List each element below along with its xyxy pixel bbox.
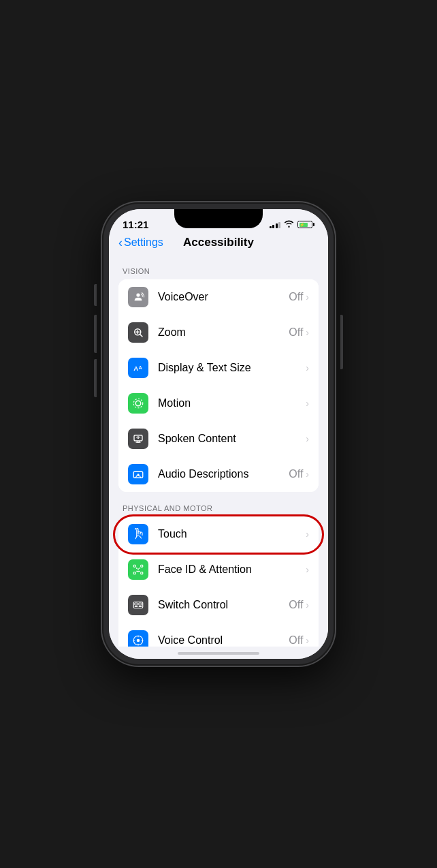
zoom-value: Off [289, 326, 303, 339]
motion-chevron: › [306, 398, 309, 409]
zoom-icon [128, 322, 148, 343]
voice-control-label: Voice Control [158, 634, 289, 647]
face-id-label: Face ID & Attention [158, 563, 306, 576]
audio-descriptions-icon [128, 464, 148, 484]
volume-down-button[interactable] [94, 359, 97, 397]
spoken-content-row[interactable]: Spoken Content › [118, 421, 319, 456]
audio-descriptions-chevron: › [306, 469, 309, 480]
zoom-chevron: › [306, 327, 309, 338]
svg-point-8 [133, 399, 143, 408]
switch-control-chevron: › [306, 600, 309, 610]
display-text-size-chevron: › [306, 362, 309, 373]
voice-control-icon [128, 630, 148, 647]
audio-descriptions-label: Audio Descriptions [158, 468, 289, 480]
svg-point-7 [135, 401, 141, 406]
svg-rect-25 [135, 606, 138, 608]
wifi-icon [284, 219, 294, 230]
home-indicator [109, 647, 328, 659]
zoom-row[interactable]: Zoom Off › [118, 315, 319, 350]
switch-control-row[interactable]: Switch Control Off › [118, 587, 319, 623]
screen-content: 11:21 [109, 209, 328, 659]
page-title: Accessibility [183, 236, 254, 249]
switch-control-value: Off [289, 599, 303, 611]
svg-rect-15 [133, 565, 135, 567]
status-icons: ⚡ [270, 219, 315, 230]
spoken-content-label: Spoken Content [158, 433, 306, 445]
display-text-size-row[interactable]: A A Display & Text Size › [118, 350, 319, 386]
motion-row[interactable]: Motion › [118, 386, 319, 421]
svg-text:A: A [133, 365, 138, 372]
back-chevron-icon: ‹ [118, 236, 123, 250]
svg-point-0 [136, 293, 140, 296]
home-bar [178, 652, 259, 655]
touch-row-container: Touch › [118, 516, 319, 552]
physical-motor-section-header: PHYSICAL AND MOTOR [109, 492, 328, 516]
touch-icon [128, 524, 148, 544]
spoken-content-icon [128, 429, 148, 449]
face-id-chevron: › [306, 564, 309, 575]
svg-text:A: A [139, 365, 142, 370]
status-time: 11:21 [123, 219, 148, 230]
physical-motor-group: Touch › [118, 516, 319, 647]
motion-label: Motion [158, 397, 306, 409]
back-button[interactable]: ‹ Settings [118, 236, 163, 250]
navigation-bar: ‹ Settings Accessibility [109, 233, 328, 255]
voiceover-icon [128, 287, 148, 307]
phone-frame: 11:21 [102, 202, 335, 666]
display-text-size-icon: A A [128, 358, 148, 378]
signal-icon [270, 221, 281, 228]
motion-icon [128, 393, 148, 414]
power-button[interactable] [340, 315, 343, 369]
audio-descriptions-row[interactable]: Audio Descriptions Off › [118, 456, 319, 492]
svg-rect-26 [139, 606, 142, 608]
spoken-content-chevron: › [306, 433, 309, 444]
voiceover-label: VoiceOver [158, 291, 289, 303]
voice-control-chevron: › [306, 635, 309, 646]
svg-rect-23 [135, 603, 138, 605]
svg-rect-18 [141, 572, 143, 574]
svg-rect-17 [133, 572, 135, 574]
notch [174, 209, 263, 228]
switch-control-icon [128, 595, 148, 615]
voice-control-value: Off [289, 634, 303, 647]
svg-point-13 [137, 474, 140, 476]
voice-control-row[interactable]: Voice Control Off › [118, 623, 319, 647]
voiceover-row[interactable]: VoiceOver Off › [118, 279, 319, 315]
svg-point-11 [137, 437, 139, 439]
svg-line-2 [140, 335, 142, 337]
switch-control-label: Switch Control [158, 599, 289, 611]
vision-group: VoiceOver Off › [118, 279, 319, 492]
display-text-size-label: Display & Text Size [158, 362, 306, 374]
vision-section-header: VISION [109, 255, 328, 279]
svg-point-28 [137, 639, 140, 642]
face-id-row[interactable]: Face ID & Attention › [118, 552, 319, 587]
face-id-icon [128, 559, 148, 580]
zoom-label: Zoom [158, 326, 289, 339]
phone-screen: 11:21 [109, 209, 328, 659]
touch-chevron: › [306, 529, 309, 540]
silent-button[interactable] [94, 284, 97, 306]
volume-up-button[interactable] [94, 315, 97, 353]
battery-icon: ⚡ [297, 221, 314, 228]
touch-row[interactable]: Touch › [118, 516, 319, 552]
scroll-content[interactable]: VISION VoiceOver Off [109, 255, 328, 647]
touch-label: Touch [158, 528, 306, 540]
voiceover-chevron: › [306, 292, 309, 303]
svg-rect-24 [139, 603, 142, 605]
audio-descriptions-value: Off [289, 468, 303, 480]
svg-rect-16 [141, 565, 143, 567]
voiceover-value: Off [289, 291, 303, 303]
